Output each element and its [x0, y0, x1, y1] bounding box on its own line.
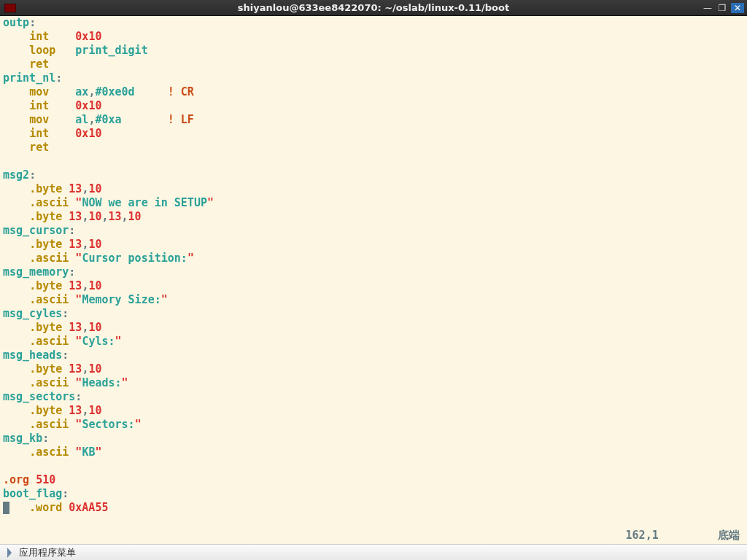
quote: " [95, 446, 101, 459]
op-ret: ret [29, 141, 49, 154]
op-mov: mov [29, 85, 49, 98]
byte-val: 13 [69, 321, 82, 334]
dir-ascii: .ascii [29, 252, 69, 265]
byte-val: 10 [88, 321, 101, 334]
label-msg2: msg2 [3, 168, 29, 182]
string-memory: Memory Size: [82, 293, 160, 306]
label-msg-cursor: msg_cursor [3, 224, 69, 237]
dir-byte: .byte [29, 210, 62, 223]
dir-ascii: .ascii [29, 446, 69, 459]
string-cursor: Cursor position: [82, 252, 187, 265]
byte-val: 10 [88, 238, 101, 251]
dir-byte: .byte [29, 182, 62, 195]
arg-0x10: 0x10 [75, 99, 101, 112]
byte-val: 13 [69, 362, 82, 376]
label-boot-flag: boot_flag [3, 487, 62, 500]
vim-cursor [3, 502, 9, 514]
byte-val: 10 [88, 210, 101, 223]
label-msg-kb: msg_kb [3, 432, 42, 445]
string-setup: NOW we are in SETUP [82, 196, 207, 209]
byte-val: 13 [69, 182, 82, 195]
dir-byte: .byte [29, 321, 62, 334]
op-int: int [29, 99, 49, 112]
imm-val: #0xe0d [95, 85, 134, 98]
vim-statusline: 162,1 底端 [626, 529, 740, 542]
string-heads: Heads: [82, 376, 121, 389]
quote: " [161, 293, 168, 306]
comment-cr: ! CR [168, 85, 194, 98]
comment-lf: ! LF [168, 113, 194, 126]
byte-val: 13 [69, 279, 82, 292]
desktop-taskbar: 应用程序菜单 [0, 544, 747, 560]
label-msg-memory: msg_memory [3, 265, 69, 279]
byte-val: 10 [88, 182, 101, 195]
maximize-button[interactable]: ❐ [716, 3, 728, 13]
string-cyls: Cyls: [82, 335, 115, 348]
imm-val: #0xa [95, 113, 121, 126]
quote: " [187, 252, 194, 265]
reg-al: al [75, 113, 88, 126]
close-button[interactable]: ✕ [731, 3, 744, 13]
applications-menu-label: 应用程序菜单 [19, 546, 76, 559]
reg-ax: ax [75, 85, 88, 98]
word-val: 0xAA55 [69, 501, 108, 514]
dir-ascii: .ascii [29, 335, 69, 348]
code-content: outp: int 0x10 loop print_digit ret prin… [3, 16, 214, 515]
dir-byte: .byte [29, 362, 62, 376]
dir-byte: .byte [29, 238, 62, 251]
string-kb: KB [82, 446, 95, 459]
quote: " [135, 418, 142, 431]
op-ret: ret [29, 58, 49, 71]
quote: " [207, 196, 214, 209]
byte-val: 13 [109, 210, 122, 223]
op-int: int [29, 30, 49, 43]
dir-byte: .byte [29, 279, 62, 292]
xfce-logo-icon [7, 548, 15, 558]
arg-0x10: 0x10 [75, 127, 101, 140]
dir-ascii: .ascii [29, 418, 69, 431]
label-print-nl: print_nl [3, 71, 55, 85]
label-msg-cyles: msg_cyles [3, 307, 62, 320]
arg-print-digit: print_digit [75, 44, 147, 57]
label-outp: outp [3, 16, 29, 29]
byte-val: 13 [69, 238, 82, 251]
window-title: shiyanlou@633ee8422070: ~/oslab/linux-0.… [0, 2, 747, 13]
applications-menu-button[interactable]: 应用程序菜单 [0, 545, 83, 560]
quote: " [122, 376, 128, 389]
terminal-icon [4, 4, 16, 12]
cursor-position: 162,1 [626, 529, 659, 542]
string-sectors: Sectors: [82, 418, 134, 431]
byte-val: 13 [69, 210, 82, 223]
file-position: 底端 [718, 529, 740, 542]
op-int: int [29, 127, 49, 140]
window-controls: — ❐ ✕ [702, 3, 747, 13]
quote: " [115, 335, 122, 348]
dir-ascii: .ascii [29, 376, 69, 389]
label-msg-sectors: msg_sectors [3, 390, 75, 403]
op-mov: mov [29, 113, 49, 126]
arg-0x10: 0x10 [75, 30, 101, 43]
op-loop: loop [29, 44, 55, 57]
window-titlebar: shiyanlou@633ee8422070: ~/oslab/linux-0.… [0, 0, 747, 16]
byte-val: 10 [88, 279, 101, 292]
byte-val: 10 [88, 362, 101, 376]
dir-byte: .byte [29, 404, 62, 417]
minimize-button[interactable]: — [702, 3, 713, 13]
byte-val: 13 [69, 404, 82, 417]
dir-word: .word [29, 501, 62, 514]
terminal-area[interactable]: outp: int 0x10 loop print_digit ret prin… [0, 16, 747, 544]
byte-val: 10 [88, 404, 101, 417]
dir-ascii: .ascii [29, 196, 69, 209]
org-val: 510 [36, 473, 55, 486]
byte-val: 10 [128, 210, 142, 223]
dir-org: .org [3, 473, 29, 486]
dir-ascii: .ascii [29, 293, 69, 306]
label-msg-heads: msg_heads [3, 349, 62, 362]
